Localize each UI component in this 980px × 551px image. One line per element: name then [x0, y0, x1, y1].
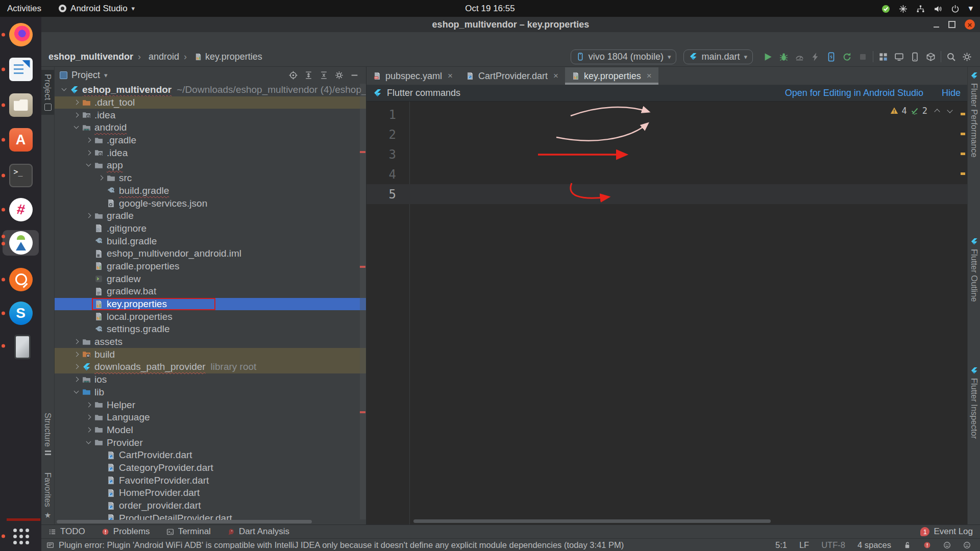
- tray-app-icon[interactable]: [899, 4, 908, 14]
- run-button[interactable]: [760, 50, 776, 64]
- app-menu[interactable]: Android Studio ▾: [59, 4, 135, 14]
- debug-button[interactable]: [776, 50, 792, 64]
- indent-setting[interactable]: 4 spaces: [857, 540, 891, 550]
- problems-tab[interactable]: Problems: [102, 527, 150, 537]
- editor-body[interactable]: 1 2 3: [366, 102, 967, 524]
- feedback-smile-icon[interactable]: [943, 541, 951, 549]
- tree-chevron-icon[interactable]: [84, 136, 93, 145]
- tree-chevron-icon[interactable]: [72, 388, 81, 397]
- tree-row[interactable]: gradle: [55, 210, 366, 222]
- dock-libreoffice-writer[interactable]: [0, 56, 41, 83]
- tree-chevron-icon[interactable]: [72, 350, 81, 359]
- run-config-selector[interactable]: main.dart ▾: [683, 49, 753, 64]
- analysis-status-icon[interactable]: [923, 541, 931, 549]
- tree-chevron-icon[interactable]: [84, 438, 93, 447]
- breadcrumb-item[interactable]: android: [138, 52, 179, 62]
- tree-row[interactable]: .idea: [55, 146, 366, 159]
- hot-restart-button[interactable]: [839, 50, 855, 64]
- editor-tab[interactable]: CartProvider.dart ×: [459, 67, 565, 85]
- project-scrollbar[interactable]: [360, 84, 366, 519]
- tree-row[interactable]: android: [55, 121, 366, 134]
- dock-files[interactable]: [0, 92, 41, 118]
- tree-row[interactable]: local.properties: [55, 310, 366, 323]
- tree-chevron-icon[interactable]: [72, 362, 81, 371]
- next-issue-icon[interactable]: [947, 108, 953, 114]
- dart-analysis-tab[interactable]: Dart Analysis: [227, 527, 289, 537]
- tree-chevron-icon[interactable]: [84, 287, 93, 296]
- tree-chevron-icon[interactable]: [84, 413, 93, 422]
- minimize-button[interactable]: [934, 26, 939, 28]
- tree-chevron-icon[interactable]: [72, 337, 81, 346]
- tree-row[interactable]: .gitignore: [55, 222, 366, 235]
- dock-terminal[interactable]: [0, 162, 41, 189]
- tree-row[interactable]: CategoryProvider.dart: [55, 462, 366, 474]
- tree-row[interactable]: downloads_path_provider library root: [55, 361, 366, 373]
- tree-row[interactable]: CartProvider.dart: [55, 449, 366, 462]
- readonly-toggle-icon[interactable]: [903, 541, 911, 549]
- tree-chevron-icon[interactable]: [72, 123, 81, 132]
- tree-row[interactable]: build.gradle: [55, 185, 366, 197]
- status-message[interactable]: Plugin error: Plugin 'Android WiFi ADB' …: [46, 540, 771, 550]
- sdk-manager-button[interactable]: [923, 50, 939, 64]
- tree-chevron-icon[interactable]: [96, 501, 106, 510]
- todo-tab[interactable]: TODO: [48, 527, 85, 537]
- tree-row[interactable]: eshop_multivendor_android.iml: [55, 247, 366, 260]
- flutter-tool-tab[interactable]: Flutter Inspector: [968, 367, 980, 439]
- tree-chevron-icon[interactable]: [72, 98, 81, 107]
- tree-chevron-icon[interactable]: [84, 211, 93, 220]
- tray-network-icon[interactable]: [916, 4, 925, 14]
- tree-chevron-icon[interactable]: [96, 173, 106, 183]
- tree-row[interactable]: FavoriteProvider.dart: [55, 474, 366, 487]
- tray-power-icon[interactable]: [951, 4, 960, 14]
- tree-row[interactable]: key.properties: [55, 298, 366, 311]
- panel-settings-button[interactable]: [332, 68, 346, 82]
- tree-chevron-icon[interactable]: [96, 199, 106, 208]
- tree-row[interactable]: build.gradle: [55, 235, 366, 247]
- restore-button[interactable]: [948, 21, 955, 28]
- flutter-tool-tab[interactable]: Flutter Outline: [968, 238, 980, 302]
- tree-chevron-icon[interactable]: [72, 375, 81, 384]
- tray-caret[interactable]: ▾: [968, 3, 973, 14]
- inspection-widget[interactable]: 4 2: [890, 106, 953, 116]
- tree-chevron-icon[interactable]: [84, 299, 93, 309]
- tree-row[interactable]: gradlew: [55, 272, 366, 285]
- collapse-all-button[interactable]: [317, 68, 330, 82]
- prev-issue-icon[interactable]: [934, 108, 940, 114]
- toolbar-divider[interactable]: [871, 50, 875, 64]
- tree-row[interactable]: .gradle: [55, 134, 366, 147]
- tree-row[interactable]: google-services.json: [55, 197, 366, 210]
- tree-row[interactable]: eshop_multivendor ~/Downloads/eshop_mult…: [55, 84, 366, 96]
- tree-chevron-icon[interactable]: [84, 274, 93, 284]
- line-separator[interactable]: LF: [799, 540, 809, 550]
- project-hscrollbar[interactable]: [57, 520, 312, 523]
- tray-updates-icon[interactable]: [881, 4, 890, 14]
- tree-row[interactable]: HomeProvider.dart: [55, 487, 366, 499]
- activities-button[interactable]: Activities: [7, 4, 41, 14]
- terminal-tab[interactable]: Terminal: [166, 527, 211, 537]
- attach-debugger-button[interactable]: [807, 50, 823, 64]
- tree-row[interactable]: order_provider.dart: [55, 499, 366, 512]
- hide-link[interactable]: Hide: [942, 88, 961, 98]
- dock-show-applications[interactable]: [0, 523, 41, 549]
- dock-slack[interactable]: [0, 196, 41, 223]
- tree-row[interactable]: Model: [55, 424, 366, 437]
- hide-panel-button[interactable]: [348, 68, 361, 82]
- tree-row[interactable]: assets: [55, 336, 366, 348]
- tree-row[interactable]: build: [55, 348, 366, 361]
- clock[interactable]: Oct 19 16:55: [465, 4, 514, 14]
- dock-android-studio[interactable]: [0, 230, 41, 256]
- tree-chevron-icon[interactable]: [84, 237, 93, 246]
- tree-row[interactable]: Language: [55, 411, 366, 424]
- tab-close-icon[interactable]: ×: [647, 71, 652, 81]
- tool-tab-project[interactable]: Project: [41, 70, 54, 115]
- project-structure-button[interactable]: [875, 50, 891, 64]
- dock-ubuntu-software[interactable]: [0, 127, 41, 153]
- tree-row[interactable]: ios: [55, 373, 366, 386]
- dock-device[interactable]: [0, 333, 41, 359]
- tree-row[interactable]: gradle.properties: [55, 260, 366, 273]
- tab-close-icon[interactable]: ×: [448, 71, 453, 81]
- editor-line[interactable]: 5: [366, 184, 967, 204]
- title-bar[interactable]: eshop_multivendor – key.properties ×: [41, 17, 980, 32]
- tree-row[interactable]: Provider: [55, 436, 366, 449]
- dock-postman[interactable]: [0, 266, 41, 293]
